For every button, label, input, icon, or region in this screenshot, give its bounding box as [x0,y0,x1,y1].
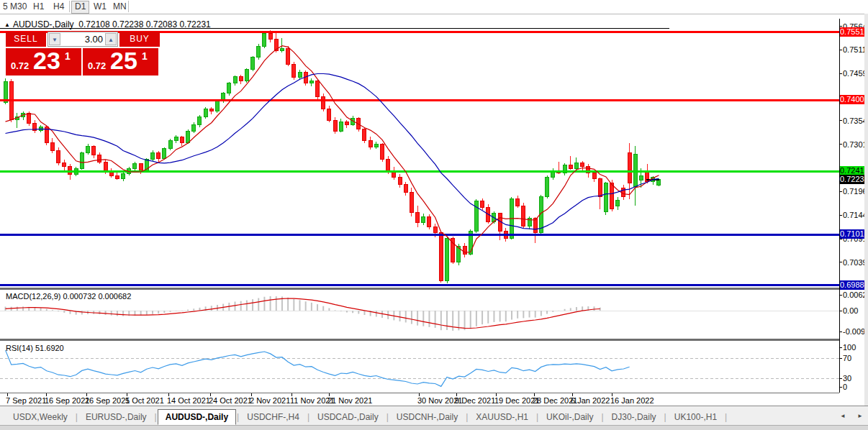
toolbar-separator [69,1,70,12]
timeframe-button-w1[interactable]: W1 [91,1,109,12]
time-axis-label: 6 Jan 2022 [571,396,610,405]
time-axis-label: 9 Dec 2021 [455,396,495,405]
timeframe-button-h4[interactable]: H4 [50,1,67,12]
window-right-edge [864,14,868,406]
time-axis-label: 24 Oct 2021 [209,396,252,405]
sell-price-box[interactable]: 0.72 23 1 [6,48,81,76]
tab-uk100-h1[interactable]: UK100-,H1 [667,410,724,424]
time-axis-label: 7 Sep 2021 [6,396,46,405]
buy-button[interactable]: BUY [119,32,160,47]
price-level-badge: 0.74002 [840,95,867,104]
rsi-label: RSI(14) 51.6920 [6,344,64,352]
chart-symbol-label: AUDUSD-,Daily [13,19,74,29]
timeframe-button-h1[interactable]: H1 [30,1,47,12]
buy-price-prefix: 0.72 [88,60,106,71]
volume-input[interactable]: ▼ 3.00 ▲ [48,32,118,47]
buy-price-big: 25 [110,47,137,75]
macd-values: 0.000732 0.000682 [63,292,131,301]
tab-usdcad-daily[interactable]: USDCAD-,Daily [310,410,386,424]
macd-name: MACD(12,26,9) [6,292,60,301]
toolbar-separator [128,1,129,12]
tab-audusd-daily[interactable]: AUDUSD-,Daily [158,409,236,425]
chart-tabs: USDX,Weekly|EURUSD-,Daily|AUDUSD-,Daily|… [6,408,728,425]
rsi-name: RSI(14) [6,344,33,352]
price-level-badge: 0.69884 [840,280,867,290]
timeframe-button-d1[interactable]: D1 [71,1,89,14]
buy-price-box[interactable]: 0.72 25 1 [83,48,158,76]
sell-price-prefix: 0.72 [11,60,29,71]
sell-button[interactable]: SELL [6,32,46,47]
tab-separator: | [724,412,728,422]
timeframe-button-mn[interactable]: MN [110,1,130,12]
window-bottom-edge [0,425,868,430]
sell-price-pip: 1 [65,50,71,62]
chart-tab-bar: USDX,Weekly|EURUSD-,Daily|AUDUSD-,Daily|… [0,406,868,426]
time-axis-label: 16 Jan 2022 [610,396,654,405]
rsi-axis-tick: 100 [843,343,856,352]
macd-axis-tick: 0.00 [843,306,858,315]
timeframe-button-m30[interactable]: M30 [7,1,30,12]
one-click-trading-panel: SELL ▼ 3.00 ▲ BUY 0.72 23 1 0.72 25 1 [6,32,160,76]
price-level-badge: 0.71013 [840,229,867,239]
tabs-scroll-right-icon[interactable]: ► [855,411,865,421]
tab-ukoil-daily[interactable]: UKOil-,Daily [539,410,600,424]
rsi-axis-tick: 70 [843,354,851,362]
time-axis-label: 5 Oct 2021 [125,396,164,405]
time-axis-label: 14 Oct 2021 [167,396,210,405]
chart-ohlc-values: 0.72108 0.72238 0.72083 0.72231 [78,19,211,29]
price-level-badge: 0.75512 [840,27,867,37]
tab-usdchf-h4[interactable]: USDCHF-,H4 [240,410,307,424]
volume-decrease-button[interactable]: ▼ [49,33,60,45]
price-level-badge: 0.72231 [840,175,867,184]
volume-increase-button[interactable]: ▲ [105,33,117,45]
tab-usdx-weekly[interactable]: USDX,Weekly [6,410,75,424]
collapse-panel-icon[interactable]: ▲ [4,22,10,28]
mt4-window: 5M30H1H4D1W1MN ▲AUDUSD-,Daily 0.72108 0.… [0,0,868,430]
time-axis-label: 26 Sep 2021 [85,396,130,405]
tab-eurusd-daily[interactable]: EURUSD-,Daily [78,410,154,424]
time-axis-label: 2 Nov 2021 [250,396,290,405]
tabs-scroll-left-icon[interactable]: ◄ [838,411,848,421]
tab-xauusd-h1[interactable]: XAUUSD-,H1 [469,410,535,424]
rsi-value: 51.6920 [35,344,64,352]
buy-price-pip: 1 [142,50,148,62]
rsi-axis-tick: 30 [843,374,851,383]
volume-value[interactable]: 3.00 [85,34,103,45]
time-axis-label: 16 Sep 2021 [45,396,89,405]
time-axis-label: 21 Nov 2021 [327,396,372,405]
macd-label: MACD(12,26,9) 0.000732 0.000682 [6,292,131,301]
tab-dj30-daily[interactable]: DJ30-,Daily [605,410,664,424]
tab-usdcnh-daily[interactable]: USDCNH-,Daily [389,410,465,424]
chart-title: ▲AUDUSD-,Daily 0.72108 0.72238 0.72083 0… [4,19,211,29]
rsi-axis-tick: 0 [843,383,847,391]
sell-price-big: 23 [33,47,60,75]
timeframe-toolbar: 5M30H1H4D1W1MN [0,0,868,14]
